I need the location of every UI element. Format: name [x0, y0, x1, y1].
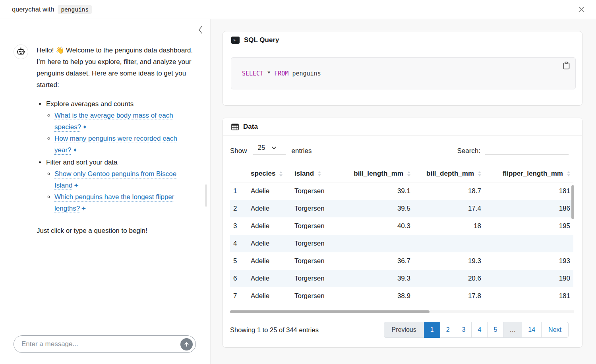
table-cell: 4: [230, 235, 248, 252]
table-cell: 2: [230, 200, 248, 217]
sort-arrows-icon[interactable]: [318, 171, 321, 176]
main-layout: Hello! 👋 Welcome to the penguins data da…: [0, 19, 596, 364]
search-input[interactable]: [485, 144, 569, 155]
table-cell: 36.7: [341, 252, 414, 270]
table-body: 1AdelieTorgersen39.118.71812AdelieTorger…: [230, 182, 573, 305]
page-button-14[interactable]: 14: [522, 322, 542, 338]
topic-item: Explore averages and countsWhat is the a…: [46, 98, 194, 156]
table-cell: 18.7: [414, 182, 484, 200]
entries-info-text: Showing 1 to 25 of 344 entries: [230, 326, 319, 334]
column-header-species[interactable]: species: [248, 165, 291, 182]
vertical-scrollbar[interactable]: [571, 185, 574, 219]
table-cell: 39.5: [341, 200, 414, 217]
column-label: bill_depth_mm: [426, 170, 474, 178]
close-icon[interactable]: [576, 4, 587, 15]
topic-sublist: Show only Gentoo penguins from Biscoe Is…: [46, 168, 194, 214]
table-cell: 20.6: [414, 270, 484, 287]
suggestion-link[interactable]: How many penguins were recorded each yea…: [54, 135, 177, 154]
sparkle-icon: ✦: [73, 144, 78, 156]
table-cell: 190: [484, 270, 573, 287]
topic-item: Filter and sort your dataShow only Gento…: [46, 157, 194, 214]
querychat-app: querychat with penguins: [0, 0, 596, 364]
sql-token: penguins: [288, 70, 321, 77]
suggestion-item: What is the average body mass of each sp…: [54, 110, 194, 133]
page-length-value: 25: [258, 144, 265, 152]
collapse-sidebar-icon[interactable]: [197, 25, 204, 35]
table-cell: Adelie: [248, 287, 291, 305]
sort-arrows-icon[interactable]: [407, 171, 410, 176]
show-label: Show: [230, 147, 247, 155]
entries-label: entries: [292, 147, 312, 155]
table-cell: Adelie: [248, 200, 291, 217]
table-icon: [231, 123, 239, 131]
column-header-bill_length_mm[interactable]: bill_length_mm: [341, 165, 414, 182]
suggestion-link[interactable]: Show only Gentoo penguins from Biscoe Is…: [54, 170, 176, 189]
topic-sublist: What is the average body mass of each sp…: [46, 110, 194, 156]
data-card-title: Data: [243, 123, 258, 131]
table-cell: 5: [230, 252, 248, 270]
column-header-island[interactable]: island: [291, 165, 341, 182]
panel-resize-handle[interactable]: [205, 184, 207, 207]
page-button-2[interactable]: 2: [440, 322, 456, 338]
sql-token: SELECT: [242, 70, 263, 77]
table-cell: Adelie: [248, 217, 291, 235]
table-cell: 181: [484, 287, 573, 305]
page-button-next[interactable]: Next: [541, 322, 569, 338]
table-cell: 7: [230, 287, 248, 305]
sort-arrows-icon[interactable]: [567, 171, 570, 176]
page-button-3[interactable]: 3: [456, 322, 472, 338]
page-button-5[interactable]: 5: [487, 322, 503, 338]
suggestion-link[interactable]: What is the average body mass of each sp…: [54, 112, 173, 131]
dashboard-main: >_ SQL Query SELECT * FROM penguins: [211, 19, 596, 364]
sql-query-card: >_ SQL Query SELECT * FROM penguins: [223, 31, 582, 106]
table-row: 2AdelieTorgersen39.517.4186: [230, 200, 573, 217]
table-row: 4AdelieTorgersen: [230, 235, 573, 252]
table-scroll-area[interactable]: speciesislandbill_length_mmbill_depth_mm…: [230, 165, 574, 313]
table-cell: [341, 235, 414, 252]
data-card-header: Data: [223, 118, 582, 136]
table-row: 6AdelieTorgersen39.320.6190: [230, 270, 573, 287]
assistant-message-text: Hello! 👋 Welcome to the penguins data da…: [37, 45, 194, 236]
table-cell: 18: [414, 217, 484, 235]
table-header: speciesislandbill_length_mmbill_depth_mm…: [230, 165, 573, 182]
table-cell: 17.4: [414, 200, 484, 217]
table-cell: 38.9: [341, 287, 414, 305]
suggestion-list: Explore averages and countsWhat is the a…: [37, 98, 194, 214]
closing-text: Just click or type a question to begin!: [37, 225, 194, 236]
horizontal-scrollbar[interactable]: [230, 310, 430, 313]
sql-query-card-title: SQL Query: [244, 36, 279, 44]
table-cell: 39.3: [341, 270, 414, 287]
page-button-1[interactable]: 1: [424, 322, 440, 338]
chat-sidebar: Hello! 👋 Welcome to the penguins data da…: [0, 19, 211, 364]
sql-query-card-body: SELECT * FROM penguins: [223, 49, 582, 105]
page-button-4[interactable]: 4: [471, 322, 488, 338]
column-header-bill_depth_mm[interactable]: bill_depth_mm: [414, 165, 484, 182]
table-cell: Adelie: [248, 270, 291, 287]
sort-arrows-icon[interactable]: [279, 171, 283, 176]
suggestion-item: Show only Gentoo penguins from Biscoe Is…: [54, 168, 194, 191]
sql-token: *: [263, 70, 274, 77]
table-cell: Adelie: [248, 252, 291, 270]
column-label: species: [251, 170, 275, 178]
penguins-table: speciesislandbill_length_mmbill_depth_mm…: [230, 165, 573, 305]
table-cell: 193: [484, 252, 573, 270]
robot-avatar-icon: [14, 45, 28, 59]
table-row: 7AdelieTorgersen38.917.8181: [230, 287, 573, 305]
terminal-icon: >_: [231, 37, 240, 44]
table-cell: Torgersen: [291, 182, 341, 200]
table-cell: Torgersen: [291, 235, 341, 252]
message-input[interactable]: [21, 340, 180, 348]
suggestion-item: How many penguins were recorded each yea…: [54, 133, 194, 156]
table-cell: [484, 235, 573, 252]
suggestion-link[interactable]: Which penguins have the longest flipper …: [54, 193, 174, 212]
send-message-button[interactable]: [180, 338, 193, 350]
column-header-flipper_length_mm[interactable]: flipper_length_mm: [484, 165, 573, 182]
sort-arrows-icon[interactable]: [478, 171, 481, 176]
column-label: island: [294, 170, 314, 178]
page-length-select[interactable]: 25: [253, 143, 286, 155]
table-cell: Torgersen: [291, 270, 341, 287]
table-cell: Adelie: [248, 182, 291, 200]
table-cell: [414, 235, 484, 252]
copy-to-clipboard-icon[interactable]: [562, 60, 571, 71]
suggestion-item: Which penguins have the longest flipper …: [54, 191, 194, 214]
